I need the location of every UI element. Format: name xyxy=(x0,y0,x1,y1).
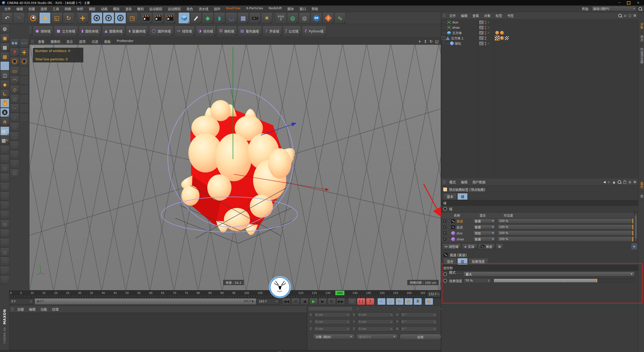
layer-checkbox[interactable]: ✓ xyxy=(443,225,447,229)
object-row-cube[interactable]: 立方体 ✓ xyxy=(441,30,638,35)
polygon-selection-button[interactable]: ◇ xyxy=(10,85,19,94)
tweak-mode-button[interactable] xyxy=(0,99,9,108)
workplane-mode-button[interactable]: ▦ xyxy=(0,52,9,61)
close-button[interactable]: ✕ xyxy=(637,1,639,4)
menu-item[interactable]: 流水线 xyxy=(196,6,211,11)
search-icon[interactable] xyxy=(638,7,642,11)
side-tab[interactable]: 场次 xyxy=(638,32,644,45)
lock-x-axis-button[interactable]: X xyxy=(91,12,102,24)
viewport-menu-item[interactable]: 选项 xyxy=(76,39,89,44)
col-blend[interactable]: 混合 xyxy=(479,213,504,218)
pos-z-field[interactable]: 0 cm⇅ xyxy=(314,326,351,331)
snap-settings-button[interactable]: S xyxy=(0,108,9,117)
menu-item[interactable]: 渲染 xyxy=(122,6,134,11)
object-row-shao[interactable]: shao ✓ xyxy=(441,25,638,30)
col-name[interactable]: 名称 xyxy=(454,213,479,218)
object-row-cube1[interactable]: − 立方体.1 xyxy=(441,35,638,41)
layer-checkbox[interactable]: ✓ xyxy=(443,219,447,223)
section-layer-control[interactable]: 层控制 xyxy=(441,265,638,271)
blend-dropdown[interactable]: 普通▼ xyxy=(473,219,495,223)
redo-button[interactable]: ↷ xyxy=(13,12,25,24)
viewport-menu-item[interactable]: 查看 xyxy=(35,39,48,44)
material-menu-item[interactable]: 功能 xyxy=(38,307,50,312)
visibility-bar[interactable]: 100 % xyxy=(497,237,633,242)
palette-button[interactable]: ∷ xyxy=(0,257,9,266)
field-button[interactable]: ◑ 径向域 xyxy=(195,26,216,36)
rotate-view-icon[interactable]: ↻ xyxy=(429,39,433,44)
visibility-dots[interactable] xyxy=(485,26,486,29)
strength-radio-icon[interactable] xyxy=(443,279,447,283)
record-key-button[interactable]: ⚿ xyxy=(348,298,356,305)
preview-range-slider[interactable]: ◀ 0 F 165 F ▶ xyxy=(34,298,256,305)
palette-button[interactable]: ∷ xyxy=(0,154,9,163)
timeline-window-button[interactable]: ▥ xyxy=(425,298,433,305)
field-button[interactable]: ■ 立方体域 xyxy=(54,26,78,36)
object-row-duo[interactable]: duo ✓ xyxy=(441,20,638,25)
om-search-icon[interactable] xyxy=(618,14,622,17)
edges-mode-button[interactable]: ◫ xyxy=(0,71,9,80)
field-layer-row[interactable]: ✓ duo 添加▼ 100 % xyxy=(441,230,638,236)
coord-mode-dropdown[interactable]: 对象 (相对)▼ xyxy=(313,334,355,339)
zoom-view-icon[interactable]: ↕ xyxy=(424,39,427,44)
side-tab[interactable]: 属性 xyxy=(638,179,644,192)
object-name[interactable]: 立方体 xyxy=(452,30,462,35)
viewport-menu-item[interactable]: ProRender xyxy=(114,39,137,44)
interface-dropdown[interactable]: 启动 (用户)▾ xyxy=(591,6,636,11)
minimize-button[interactable]: ─ xyxy=(619,1,620,4)
pan-view-icon[interactable]: + xyxy=(418,39,421,44)
menu-item[interactable]: 模拟 xyxy=(110,6,122,11)
tab-layer[interactable]: 层 xyxy=(457,258,468,265)
side-tab[interactable]: 对象 xyxy=(638,20,644,32)
field-list-scrollbar[interactable]: ▲▼ xyxy=(634,212,637,242)
add-camera-button[interactable] xyxy=(249,12,261,24)
coord-column-header[interactable]: -- xyxy=(395,307,437,311)
om-add-icon[interactable]: ⊞ xyxy=(633,14,636,17)
material-menu-item[interactable]: 纹理 xyxy=(50,307,61,312)
tab-blend[interactable]: 混合 xyxy=(443,258,457,265)
tag-ball-icon[interactable] xyxy=(500,31,504,35)
strength-spinner[interactable]: 70 %⇅ xyxy=(463,278,492,283)
menu-item[interactable]: 脚本 xyxy=(285,6,297,11)
object-row-spherify[interactable]: 球化 ✓ xyxy=(441,41,638,46)
tag-ball-icon[interactable] xyxy=(500,36,504,40)
palette-button[interactable]: ◌ xyxy=(0,266,9,275)
visibility-dots[interactable] xyxy=(485,31,486,35)
make-editable-button[interactable]: ◍ xyxy=(0,24,9,33)
om-menu-item[interactable]: 对象 xyxy=(481,13,493,18)
menu-item[interactable]: 插件 xyxy=(211,6,223,11)
pos-x-field[interactable]: 0 cm⇅ xyxy=(314,312,351,317)
render-to-picture-viewer-button[interactable] xyxy=(152,12,164,24)
visibility-bar[interactable]: 100 % xyxy=(497,225,633,230)
move-palette-button[interactable]: + xyxy=(20,48,29,57)
palette-button[interactable]: ∷ xyxy=(0,145,9,154)
am-menu-item[interactable]: 模式 xyxy=(447,180,458,184)
layer-name[interactable]: shao xyxy=(457,237,473,241)
up-icon[interactable]: ▲ xyxy=(613,180,615,184)
viewport-menu-item[interactable]: 过滤 xyxy=(89,39,101,44)
menu-item[interactable]: 工具 xyxy=(50,6,62,11)
playhead[interactable]: 132 xyxy=(335,291,344,295)
om-menu-item[interactable]: 书签 xyxy=(505,13,516,18)
record-parameter-button[interactable]: Ⓟ xyxy=(405,298,413,305)
field-button[interactable]: ♪ 声音域 xyxy=(262,26,282,36)
rf-mesher-button[interactable]: ∿ xyxy=(334,12,346,24)
range-start[interactable]: ◀ 0 F xyxy=(37,299,44,303)
coord-column-header[interactable]: -- xyxy=(353,307,395,311)
field-button[interactable]: ▲ 圆锥体域 xyxy=(102,26,125,36)
viewport-menu-item[interactable]: 显示 xyxy=(63,39,76,44)
goto-start-button[interactable]: ◀◀ xyxy=(282,298,291,305)
menu-item[interactable]: 动画 xyxy=(98,6,110,11)
object-name[interactable]: duo xyxy=(452,20,458,24)
material-menu-item[interactable]: 创建 xyxy=(15,307,26,312)
tab-basic[interactable]: 基本 xyxy=(443,193,457,200)
am-add-icon[interactable]: ⊞ xyxy=(633,180,636,184)
timeline-ruler[interactable]: 0510152025303540455055606570758085909510… xyxy=(9,291,441,298)
blend-dropdown[interactable]: 普通▼ xyxy=(473,237,495,241)
texture-mode-button[interactable]: ▩ xyxy=(0,43,9,52)
palette-button[interactable]: ∷ xyxy=(0,192,9,201)
maximize-button[interactable] xyxy=(627,1,630,5)
live-selection-button[interactable] xyxy=(27,12,39,24)
scale-tool-button[interactable]: ◱ xyxy=(51,12,62,24)
menu-item[interactable]: 编辑 xyxy=(14,6,26,11)
rectangle-selection-button[interactable]: ▭ xyxy=(10,66,19,75)
